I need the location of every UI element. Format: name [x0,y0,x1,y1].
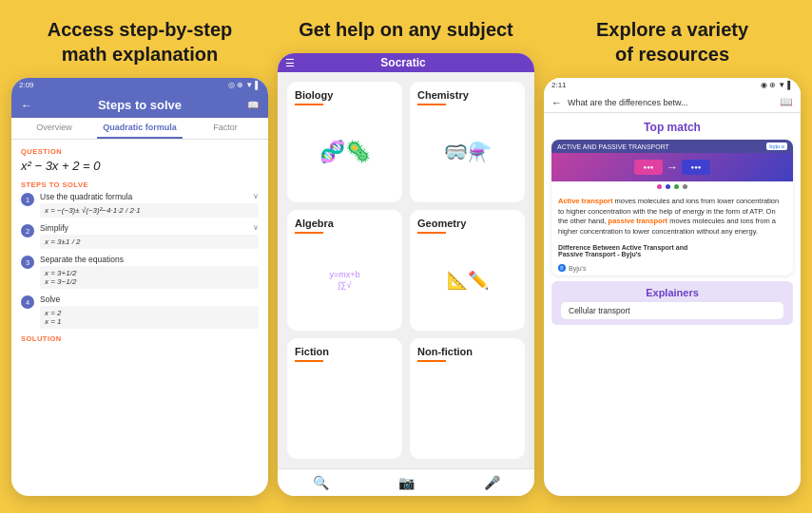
step-3: 3 Separate the equations x = 3+1/2x = 3−… [21,255,259,289]
status-time-r: 2:11 [551,81,567,89]
dot-4 [683,184,687,189]
step-formula-1: x = −(−3)± √(−3)²−4·1·2 / 2·1 [40,203,259,218]
panel-socratic: Get help on any subject ☰ Socratic Biolo… [278,17,534,496]
step-title-2: Simplify ∨ [40,223,259,233]
geometry-label: Geometry [417,218,466,229]
tab-quadratic[interactable]: Quadratic formula [97,118,183,139]
status-time: 2:09 [19,81,34,89]
step-title-3: Separate the equations [40,255,259,264]
dot-1 [657,184,662,189]
result-card[interactable]: ACTIVE AND PASSIVE TRANSPORT byju.s ●●● … [551,140,793,276]
algebra-underline [295,232,323,234]
explainer-item-cellular[interactable]: Cellular transport [561,302,783,319]
step-title-4: Solve [40,294,259,304]
algebra-label: Algebra [295,218,334,229]
mic-icon[interactable]: 🎤 [484,475,500,490]
source-icon: B [558,264,566,272]
resources-header: ← What are the differences betw... 📖 [544,92,801,113]
status-icons-r: ◉ ⊕ ▼ ▌ [761,81,793,89]
dot-3 [674,184,679,189]
algebra-image: y=mx+b∫∑√ [295,238,395,323]
source-row: B Byju's [551,262,793,276]
statusbar-socratic: ☰ Socratic [278,53,534,72]
step-num-3: 3 [21,256,34,269]
step-num-2: 2 [21,224,34,238]
highlight-passive: passive transport [609,217,668,225]
step-num-4: 4 [21,295,34,309]
math-header: ← Steps to solve 📖 [11,92,268,118]
nonfiction-underline [417,360,446,362]
math-content: QUESTION x² − 3x + 2 = 0 STEPS TO SOLVE … [11,140,268,496]
search-query: What are the differences betw... [568,98,774,107]
cell-active: ●●● [634,160,663,175]
card-fiction[interactable]: Fiction [287,338,402,459]
math-tabs: Overview Quadratic formula Factor [11,118,268,140]
card-footer: Difference Between Active Transport andP… [551,241,793,262]
cell-passive: ●●● [682,160,710,175]
chemistry-icon: 🥽⚗️ [444,141,492,163]
step-title-1: Use the quadratic formula ∨ [40,192,259,201]
explainers-section: Explainers Cellular transport [551,281,793,325]
step-num-1: 1 [21,193,34,206]
card-chemistry[interactable]: Chemistry 🥽⚗️ [410,82,525,202]
biology-icon: 🧬🦠 [319,142,371,162]
biology-label: Biology [295,89,333,101]
nonfiction-label: Non-fiction [417,346,473,357]
app-name: Socratic [380,56,425,69]
dot-2 [666,184,670,189]
card-text: Active transport moves molecules and ion… [551,192,793,241]
step-formula-3: x = 3+1/2x = 3−1/2 [40,266,259,289]
card-nonfiction[interactable]: Non-fiction [410,338,525,459]
brand-logo: byju.s [766,142,787,150]
biology-underline [295,104,323,105]
arrow-icon: → [667,161,678,174]
source-name: Byju's [569,265,586,272]
solution-label: SOLUTION [21,334,259,343]
card-geometry[interactable]: Geometry 📐✏️ [410,210,525,331]
step-1: 1 Use the quadratic formula ∨ x = −(−3)±… [21,192,259,218]
panel-resources-title: Explore a varietyof resources [589,17,756,66]
book-icon-r[interactable]: 📖 [780,96,793,108]
chevron-1[interactable]: ∨ [253,192,259,201]
panel-math-title: Access step-by-step math explanation [40,17,241,66]
top-match-label: Top match [551,121,793,134]
biology-image: 🧬🦠 [295,109,395,195]
card-biology[interactable]: Biology 🧬🦠 [287,82,402,202]
subject-grid: Biology 🧬🦠 Chemistry 🥽⚗️ Algebra [278,72,534,468]
status-icons: ◎ ⊕ ▼ ▌ [228,81,261,89]
fiction-label: Fiction [295,346,329,357]
phone-socratic: ☰ Socratic Biology 🧬🦠 Chemistry [278,53,534,496]
card-visual: ●●● → ●●● [551,153,793,181]
geometry-underline [417,232,446,234]
explainers-label: Explainers [561,287,783,298]
card-algebra[interactable]: Algebra y=mx+b∫∑√ [287,210,402,331]
math-header-title: Steps to solve [40,98,240,112]
camera-icon[interactable]: 📷 [398,475,415,490]
resources-content: Top match ACTIVE AND PASSIVE TRANSPORT b… [544,113,801,496]
chemistry-label: Chemistry [417,89,469,101]
legend-dots [551,181,793,192]
fiction-underline [295,360,323,362]
steps-label: STEPS TO SOLVE [21,180,259,189]
hamburger-icon[interactable]: ☰ [285,57,295,69]
chevron-2[interactable]: ∨ [253,223,259,233]
phone-math: 2:09 ◎ ⊕ ▼ ▌ ← Steps to solve 📖 Overview… [11,78,268,496]
panel-math: Access step-by-step math explanation 2:0… [11,17,268,496]
panel-resources: Explore a varietyof resources 2:11 ◉ ⊕ ▼… [544,17,801,496]
algebra-art: y=mx+b∫∑√ [329,270,359,291]
chemistry-image: 🥽⚗️ [417,109,517,195]
back-icon[interactable]: ← [21,99,32,112]
book-icon[interactable]: 📖 [247,100,259,110]
step-formula-2: x = 3±1 / 2 [40,235,259,249]
panel-socratic-title: Get help on any subject [291,17,521,42]
tab-factor[interactable]: Factor [183,118,268,139]
phone-resources: 2:11 ◉ ⊕ ▼ ▌ ← What are the differences … [544,78,801,496]
chemistry-underline [417,104,446,105]
tab-overview[interactable]: Overview [11,118,97,139]
back-icon-r[interactable]: ← [551,97,562,108]
step-formula-4: x = 2x = 1 [40,306,259,329]
search-icon[interactable]: 🔍 [313,475,329,490]
question-equation: x² − 3x + 2 = 0 [21,159,259,173]
statusbar-resources: 2:11 ◉ ⊕ ▼ ▌ [544,78,801,92]
bottom-bar: 🔍 📷 🎤 [278,468,534,496]
